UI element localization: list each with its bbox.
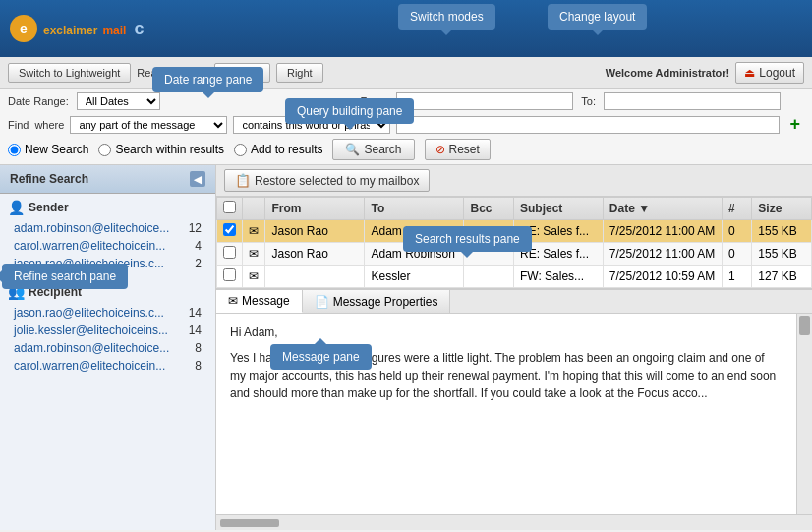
- app-title: exclaimer mail: [43, 19, 126, 39]
- row-date-2: 7/25/2012 11:00 AM: [603, 243, 722, 266]
- recipient-item-4[interactable]: carol.warren@elitechoicein... 8: [8, 357, 207, 375]
- logo-icon: e: [10, 15, 37, 42]
- logo: e exclaimer mail c: [10, 15, 144, 42]
- row-subject-3: FW: Sales...: [513, 266, 603, 288]
- message-scrollbar[interactable]: [796, 314, 812, 514]
- logout-icon: ⏏: [744, 66, 755, 80]
- sender-item-2[interactable]: carol.warren@elitechoicein... 4: [8, 237, 207, 255]
- col-size-header[interactable]: Size: [752, 198, 812, 220]
- row-from-1: Jason Rao: [265, 220, 365, 243]
- search-action-row: New Search Search within results Add to …: [8, 139, 804, 160]
- search-button[interactable]: 🔍 Search: [332, 139, 414, 160]
- switch-lightweight-button[interactable]: Switch to Lightweight: [8, 63, 131, 83]
- col-subject-header[interactable]: Subject: [513, 198, 603, 220]
- tooltip-search-results: Search results pane: [403, 226, 532, 252]
- row-icon-2: ✉: [243, 243, 265, 266]
- col-num-header[interactable]: #: [723, 198, 752, 220]
- row-num-1: 0: [723, 220, 752, 243]
- to-label: To:: [581, 95, 596, 107]
- refine-header: Refine Search ◀: [0, 165, 215, 194]
- row-date-3: 7/25/2012 10:59 AM: [603, 266, 722, 288]
- tooltip-refine-search: Refine search pane: [2, 264, 128, 289]
- main-content: Refine Search ◀ 👤 Sender adam.robinson@e…: [0, 165, 812, 530]
- tooltip-date-range: Date range pane: [152, 67, 263, 92]
- reset-icon: ⊘: [435, 143, 445, 156]
- recipient-item-3[interactable]: adam.robinson@elitechoice... 8: [8, 339, 207, 357]
- collapse-refine-button[interactable]: ◀: [190, 171, 205, 187]
- message-greeting: Hi Adam,: [230, 324, 783, 341]
- row-checkbox-2[interactable]: [223, 246, 236, 259]
- col-bcc-header[interactable]: Bcc: [464, 198, 514, 220]
- date-range-select[interactable]: All Dates Today This Week This Month: [77, 92, 160, 110]
- from-input[interactable]: [396, 92, 573, 110]
- sender-icon: 👤: [8, 200, 25, 215]
- reading-pane-right-button[interactable]: Right: [276, 63, 323, 83]
- row-num-3: 1: [723, 266, 752, 288]
- logo-tagline: c: [134, 19, 144, 39]
- select-all-checkbox[interactable]: [223, 201, 236, 213]
- row-date-1: 7/25/2012 11:00 AM: [603, 220, 722, 243]
- restore-button[interactable]: 📋 Restore selected to my mailbox: [224, 169, 430, 192]
- col-to-header[interactable]: To: [365, 198, 464, 220]
- row-num-2: 0: [723, 243, 752, 266]
- row-from-2: Jason Rao: [265, 243, 365, 266]
- logout-button[interactable]: ⏏ Logout: [735, 62, 804, 84]
- results-toolbar: 📋 Restore selected to my mailbox: [216, 165, 812, 197]
- col-icon-header: [243, 198, 265, 220]
- search-icon: 🔍: [345, 143, 360, 156]
- date-range-label: Date Range:: [8, 95, 69, 107]
- horizontal-scrollbar[interactable]: [216, 514, 812, 530]
- recipient-item-2[interactable]: jolie.kessler@elitechoiceins... 14: [8, 322, 207, 339]
- within-results-radio[interactable]: Search within results: [98, 143, 224, 156]
- row-checkbox-1[interactable]: [223, 223, 236, 236]
- recipient-section: 👥 Recipient jason.rao@elitechoiceins.c..…: [0, 278, 215, 381]
- tooltip-query-building: Query building pane: [285, 98, 414, 124]
- row-size-1: 155 KB: [752, 220, 812, 243]
- tab-message-properties[interactable]: 📄 Message Properties: [303, 290, 451, 313]
- reset-button[interactable]: ⊘ Reset: [425, 139, 491, 160]
- col-check[interactable]: [217, 198, 243, 220]
- table-header-row: From To Bcc Subject Date ▼ # Size: [217, 198, 812, 220]
- search-text-input[interactable]: sales figures: [396, 116, 780, 134]
- message-tab-icon: ✉: [228, 294, 238, 308]
- sender-section-header[interactable]: 👤 Sender: [8, 200, 207, 215]
- row-bcc-3: [464, 266, 514, 288]
- tooltip-switch-modes: Switch modes: [398, 4, 495, 30]
- refine-search-pane: Refine Search ◀ 👤 Sender adam.robinson@e…: [0, 165, 216, 530]
- col-from-header[interactable]: From: [265, 198, 365, 220]
- recipient-item-1[interactable]: jason.rao@elitechoiceins.c... 14: [8, 304, 207, 322]
- welcome-text: Welcome Administrator!: [606, 67, 730, 79]
- row-to-3: Kessler: [365, 266, 464, 288]
- add-results-radio[interactable]: Add to results: [234, 143, 322, 156]
- row-size-2: 155 KB: [752, 243, 812, 266]
- where-label: where: [34, 119, 64, 131]
- main-toolbar: Switch to Lightweight Reading Pane: Bott…: [0, 57, 812, 89]
- row-icon-1: ✉: [243, 220, 265, 243]
- to-input[interactable]: [604, 92, 781, 110]
- col-date-header[interactable]: Date ▼: [603, 198, 722, 220]
- properties-tab-icon: 📄: [315, 295, 329, 309]
- row-checkbox-3[interactable]: [223, 268, 236, 281]
- add-filter-button[interactable]: +: [785, 114, 804, 135]
- find-label: Find: [8, 119, 29, 131]
- restore-icon: 📋: [235, 173, 251, 188]
- message-tabs: ✉ Message 📄 Message Properties: [216, 290, 812, 314]
- new-search-radio[interactable]: New Search: [8, 143, 88, 156]
- sender-item-1[interactable]: adam.robinson@elitechoice... 12: [8, 219, 207, 237]
- row-size-3: 127 KB: [752, 266, 812, 288]
- table-row[interactable]: ✉ Kessler FW: Sales... 7/25/2012 10:59 A…: [217, 266, 812, 288]
- message-pane: ✉ Message 📄 Message Properties Hi Adam, …: [216, 289, 812, 530]
- tab-message[interactable]: ✉ Message: [216, 290, 303, 313]
- row-from-3: [265, 266, 365, 288]
- tooltip-message-pane: Message pane: [270, 344, 372, 370]
- field-condition-select[interactable]: any part of the message subject body fro…: [70, 116, 227, 134]
- tooltip-change-layout: Change layout: [548, 4, 647, 30]
- row-icon-3: ✉: [243, 266, 265, 288]
